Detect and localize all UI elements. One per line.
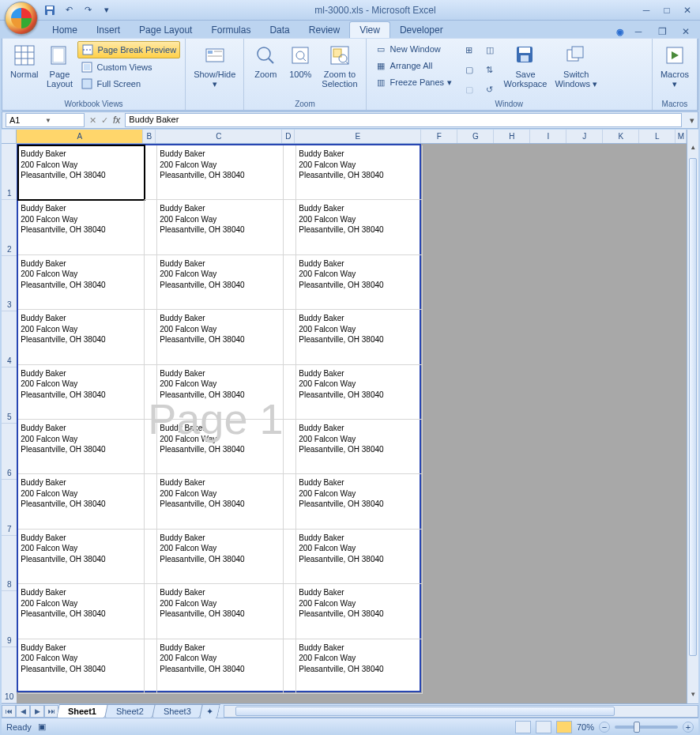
help-icon[interactable]: ◉	[616, 27, 624, 37]
cell[interactable]: Buddy Baker200 Falcon WayPleasantville, …	[157, 200, 284, 254]
cancel-fx-icon[interactable]: ✕	[89, 115, 96, 126]
col-header-M[interactable]: M	[676, 130, 687, 143]
cell-blank[interactable]	[145, 200, 157, 254]
cell-blank[interactable]	[145, 145, 157, 200]
tab-insert[interactable]: Insert	[87, 22, 130, 38]
cell[interactable]: Buddy Baker200 Falcon WayPleasantville, …	[18, 145, 145, 200]
save-icon[interactable]	[43, 3, 57, 17]
col-header-C[interactable]: C	[156, 130, 282, 143]
zoom-out-button[interactable]: −	[599, 722, 610, 733]
full-screen-button[interactable]: Full Screen	[77, 76, 180, 92]
name-box[interactable]: A1 ▼	[6, 113, 85, 127]
undo-icon[interactable]: ↶	[62, 3, 76, 17]
cell[interactable]: Buddy Baker200 Falcon WayPleasantville, …	[157, 474, 284, 529]
cell-blank[interactable]	[284, 639, 296, 694]
macro-record-icon[interactable]: ▣	[38, 722, 46, 732]
row-header-7[interactable]: 7	[2, 480, 17, 536]
arrange-all-button[interactable]: ▦Arrange All	[371, 58, 458, 74]
cell-blank[interactable]	[284, 255, 296, 310]
cell[interactable]: Buddy Baker200 Falcon WayPleasantville, …	[18, 310, 145, 364]
cell-blank[interactable]	[284, 420, 296, 474]
zoom-percent[interactable]: 70%	[577, 722, 594, 732]
cell-blank[interactable]	[145, 530, 157, 584]
cell[interactable]: Buddy Baker200 Falcon WayPleasantville, …	[18, 365, 145, 420]
side-by-side-button[interactable]: ◫	[480, 43, 499, 58]
horizontal-scrollbar[interactable]	[224, 705, 698, 718]
cell-blank[interactable]	[284, 474, 296, 529]
name-box-dropdown-icon[interactable]: ▼	[45, 117, 81, 124]
tab-data[interactable]: Data	[260, 22, 299, 38]
unhide-button[interactable]: ▢	[460, 81, 479, 97]
cell-blank[interactable]	[284, 584, 296, 639]
cell[interactable]: Buddy Baker200 Falcon WayPleasantville, …	[18, 420, 145, 474]
expand-formula-icon[interactable]: ▾	[687, 115, 698, 126]
col-header-B[interactable]: B	[143, 130, 156, 143]
col-header-K[interactable]: K	[603, 130, 639, 143]
sync-scroll-button[interactable]: ⇅	[480, 62, 499, 77]
save-workspace-button[interactable]: Save Workspace	[501, 41, 551, 99]
sheet-tab-2[interactable]: Sheet2	[104, 704, 155, 718]
cell-blank[interactable]	[284, 365, 296, 420]
cell[interactable]: Buddy Baker200 Falcon WayPleasantville, …	[296, 255, 423, 310]
cell[interactable]: Buddy Baker200 Falcon WayPleasantville, …	[296, 639, 423, 694]
row-header-8[interactable]: 8	[2, 536, 17, 592]
zoom-selection-button[interactable]: Zoom to Selection	[318, 41, 360, 99]
normal-status-button[interactable]	[515, 721, 531, 733]
row-header-1[interactable]: 1	[2, 144, 17, 200]
row-header-10[interactable]: 10	[2, 647, 17, 703]
cell-blank[interactable]	[145, 474, 157, 529]
formula-input[interactable]: Buddy Baker	[125, 113, 682, 127]
select-all-corner[interactable]	[2, 130, 17, 144]
enter-fx-icon[interactable]: ✓	[101, 115, 108, 126]
first-sheet-button[interactable]: ⏮	[2, 705, 16, 718]
col-header-L[interactable]: L	[639, 130, 676, 143]
cell[interactable]: Buddy Baker200 Falcon WayPleasantville, …	[18, 584, 145, 639]
vertical-scrollbar[interactable]: ▲ ▼	[687, 130, 698, 703]
cell-blank[interactable]	[145, 365, 157, 420]
cell[interactable]: Buddy Baker200 Falcon WayPleasantville, …	[157, 420, 284, 474]
cell[interactable]: Buddy Baker200 Falcon WayPleasantville, …	[157, 310, 284, 364]
macros-button[interactable]: Macros▾	[657, 41, 692, 99]
doc-minimize-button[interactable]: ─	[629, 25, 648, 38]
row-header-4[interactable]: 4	[2, 311, 17, 368]
grid-body[interactable]: Buddy Baker200 Falcon WayPleasantville, …	[17, 144, 687, 703]
prev-sheet-button[interactable]: ◀	[16, 705, 30, 718]
page-break-status-button[interactable]	[556, 721, 572, 733]
cell[interactable]: Buddy Baker200 Falcon WayPleasantville, …	[296, 145, 423, 200]
row-header-5[interactable]: 5	[2, 368, 17, 424]
col-header-I[interactable]: I	[530, 130, 566, 143]
doc-restore-button[interactable]: ❐	[653, 25, 672, 38]
col-header-E[interactable]: E	[295, 130, 421, 143]
tab-formulas[interactable]: Formulas	[201, 22, 260, 38]
cell[interactable]: Buddy Baker200 Falcon WayPleasantville, …	[296, 420, 423, 474]
row-header-6[interactable]: 6	[2, 424, 17, 480]
col-header-D[interactable]: D	[282, 130, 295, 143]
sheet-tab-1[interactable]: Sheet1	[56, 704, 108, 718]
row-header-2[interactable]: 2	[2, 200, 17, 256]
col-header-G[interactable]: G	[457, 130, 494, 143]
cell[interactable]: Buddy Baker200 Falcon WayPleasantville, …	[157, 365, 284, 420]
row-header-3[interactable]: 3	[2, 256, 17, 312]
zoom-100-button[interactable]: 100%	[284, 41, 317, 99]
col-header-A[interactable]: A	[17, 130, 143, 143]
doc-close-button[interactable]: ✕	[676, 25, 695, 38]
cell[interactable]: Buddy Baker200 Falcon WayPleasantville, …	[18, 200, 145, 254]
cell[interactable]: Buddy Baker200 Falcon WayPleasantville, …	[18, 474, 145, 529]
cell-blank[interactable]	[284, 530, 296, 584]
next-sheet-button[interactable]: ▶	[30, 705, 44, 718]
cell[interactable]: Buddy Baker200 Falcon WayPleasantville, …	[157, 145, 284, 200]
cell[interactable]: Buddy Baker200 Falcon WayPleasantville, …	[18, 530, 145, 584]
custom-views-button[interactable]: Custom Views	[77, 59, 180, 75]
cell[interactable]: Buddy Baker200 Falcon WayPleasantville, …	[296, 365, 423, 420]
cell-blank[interactable]	[284, 310, 296, 364]
hide-button[interactable]: ▢	[460, 62, 479, 77]
cell[interactable]: Buddy Baker200 Falcon WayPleasantville, …	[18, 639, 145, 694]
maximize-button[interactable]: □	[657, 4, 676, 17]
page-layout-button[interactable]: Page Layout	[43, 41, 76, 99]
col-header-H[interactable]: H	[494, 130, 530, 143]
cell[interactable]: Buddy Baker200 Falcon WayPleasantville, …	[296, 530, 423, 584]
cell-blank[interactable]	[145, 310, 157, 364]
tab-home[interactable]: Home	[43, 22, 87, 38]
normal-view-button[interactable]: Normal	[7, 41, 41, 99]
cell-blank[interactable]	[145, 420, 157, 474]
